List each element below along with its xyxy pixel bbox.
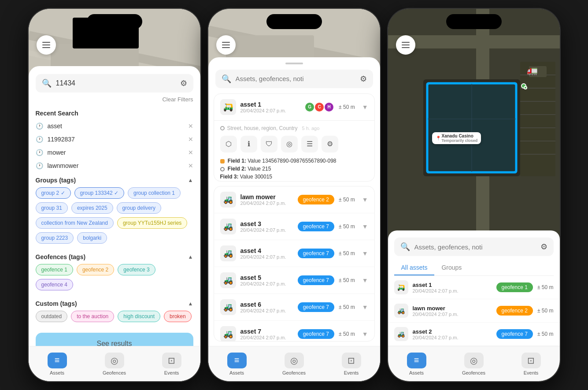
custom-header[interactable]: Custom (tags) ▲ — [36, 297, 193, 311]
bottom-nav-1: ≡ Assets ◎ Geofences ⊡ Events — [29, 346, 200, 381]
field-row-1: Field 1: Value 134567890-098765567890-09… — [220, 157, 368, 165]
custom-chevron: ▲ — [188, 301, 193, 307]
geofences-title: Geofences (tags) — [36, 253, 86, 260]
chevron-5[interactable]: ▼ — [362, 277, 368, 284]
filter-icon-3[interactable]: ⚙ — [540, 242, 547, 252]
tag-geofence1[interactable]: geofence 1 — [36, 264, 73, 275]
hamburger-button-1[interactable] — [37, 35, 56, 55]
custom-tags: outdated to the auction high discount br… — [36, 311, 193, 326]
drag-handle-2 — [285, 63, 303, 64]
asset-name-1: asset 1 — [240, 101, 302, 108]
field-icon-2 — [220, 167, 225, 171]
recent-item-text-asset[interactable]: asset — [48, 123, 62, 130]
close-icon-asset[interactable]: ✕ — [188, 123, 193, 130]
geofence-badge-5: geofence 7 — [298, 275, 334, 285]
clear-filters-label[interactable]: Clear Filters — [29, 96, 200, 106]
results-search-input[interactable] — [236, 75, 355, 82]
recent-item-text-2[interactable]: 11992837 — [48, 136, 75, 143]
groups-header[interactable]: Groups (tags) ▲ — [36, 174, 193, 187]
nav-events-label-1: Events — [164, 370, 179, 375]
asset-icon-1: 🛺 — [220, 99, 236, 115]
asset-info-1: asset 1 20/04/2024 2:07 p.m. — [240, 101, 302, 113]
tag-group133342[interactable]: group 133342 ✓ — [74, 187, 124, 199]
map-pin: 📍 Xanadu Casino Temporarily closed — [432, 132, 481, 144]
recent-search-list: 🕐 asset ✕ 🕐 11992837 ✕ 🕐 mower — [29, 119, 200, 172]
mini-asset-name-lm: lawn mower — [413, 305, 492, 312]
tab-all-assets[interactable]: All assets — [394, 260, 435, 275]
recent-item-text-4[interactable]: lawnmower — [48, 162, 79, 169]
tag-expires2025[interactable]: expires 2025 — [71, 202, 113, 214]
custom-section: Custom (tags) ▲ outdated to the auction … — [29, 296, 200, 327]
nav-assets-2[interactable]: ≡ Assets — [208, 353, 266, 375]
geofences-header[interactable]: Geofences (tags) ▲ — [36, 251, 193, 264]
tab-groups[interactable]: Groups — [434, 260, 469, 275]
action-btn-shape[interactable]: ⬡ — [220, 136, 237, 152]
nav-events-2[interactable]: ⊡ Events — [323, 353, 380, 375]
map-search-input[interactable] — [414, 243, 536, 251]
asset-row-3: 🚜 asset 3 20/04/2024 2:07 p.m. geofence … — [214, 213, 374, 240]
tag-group31[interactable]: group 31 — [36, 202, 68, 214]
nav-assets-3[interactable]: ≡ Assets — [388, 353, 445, 375]
nav-assets-1[interactable]: ≡ Assets — [29, 353, 86, 375]
tag-group-yy[interactable]: group YYTu155HJ series — [117, 217, 187, 229]
asset-name-lm: lawn mower — [240, 193, 293, 201]
tag-geofence2[interactable]: geofence 2 — [77, 264, 114, 275]
phone-notch-2 — [266, 14, 322, 29]
recent-item-text-3[interactable]: mower — [48, 149, 66, 156]
nav-events-3[interactable]: ⊡ Events — [503, 353, 560, 375]
phone-notch-3 — [446, 14, 502, 29]
tag-auction[interactable]: to the auction — [71, 311, 114, 322]
nav-geofences-label-2: Geofences — [282, 370, 306, 375]
mini-asset-row-1: 🛺 asset 1 20/04/2024 2:07 p.m. geofence … — [388, 276, 560, 299]
field-row-2: Field 2: Value 215 — [220, 165, 368, 173]
filter-icon-2[interactable]: ⚙ — [360, 74, 367, 84]
map-pin-icon: 📍 — [436, 136, 441, 141]
close-icon-3[interactable]: ✕ — [188, 149, 193, 156]
chevron-lm[interactable]: ▼ — [362, 196, 368, 203]
action-btn-list[interactable]: ☰ — [301, 136, 318, 152]
action-btn-settings[interactable]: ⚙ — [322, 136, 338, 152]
map-pin-label: Xanadu Casino — [442, 134, 478, 138]
chevron-7[interactable]: ▼ — [362, 331, 368, 338]
nav-geofences-3[interactable]: ◎ Geofences — [445, 353, 503, 375]
nav-geofences-label-1: Geofences — [103, 370, 126, 375]
accuracy-4: ± 50 m — [339, 250, 355, 256]
tag-geofence3[interactable]: geofence 3 — [118, 264, 155, 275]
tag-geofence4[interactable]: geofence 4 — [36, 279, 73, 290]
nav-assets-label-3: Assets — [409, 370, 424, 375]
tag-high-discount[interactable]: high discount — [118, 311, 160, 322]
action-btn-info[interactable]: ℹ — [240, 136, 257, 152]
chevron-6[interactable]: ▼ — [362, 304, 368, 311]
mini-accuracy-lm: ± 50 m — [537, 308, 554, 314]
asset-row-6: 🚜 asset 6 20/04/2024 2:07 p.m. geofence … — [214, 294, 374, 321]
nav-events-1[interactable]: ⊡ Events — [143, 353, 200, 375]
tag-group2223[interactable]: group 2223 — [36, 232, 74, 244]
tag-bolgarki[interactable]: bolgarki — [77, 232, 107, 244]
hamburger-button-3[interactable] — [396, 35, 415, 55]
map-vehicle-icon: 🚛 — [527, 65, 538, 76]
tag-collection-nz[interactable]: collection from New Zealand — [36, 217, 114, 229]
mini-asset-row-lm: 🚜 lawn mower 20/04/2024 2:07 p.m. geofen… — [388, 299, 560, 323]
map-pin-sub: Temporarily closed — [442, 138, 478, 143]
close-icon-4[interactable]: ✕ — [188, 162, 193, 169]
field-label-2: Field 2: — [228, 166, 246, 172]
tag-group2[interactable]: group 2 ✓ — [36, 187, 71, 199]
tag-group-collection1[interactable]: group collection 1 — [128, 187, 181, 199]
chevron-down-1[interactable]: ▼ — [362, 104, 368, 111]
asset-icon-5: 🚜 — [220, 272, 236, 288]
action-btn-shield[interactable]: 🛡 — [261, 136, 277, 152]
filter-icon-1[interactable]: ⚙ — [180, 78, 187, 88]
tag-broken[interactable]: broken — [164, 311, 192, 322]
tag-outdated[interactable]: outdated — [36, 311, 68, 322]
tag-group-delivery[interactable]: group delivery — [117, 202, 161, 214]
action-btn-target[interactable]: ◎ — [281, 136, 298, 152]
hamburger-button-2[interactable] — [216, 35, 236, 55]
nav-geofences-1[interactable]: ◎ Geofences — [86, 353, 143, 375]
search-input-1[interactable]: 11434 — [56, 79, 176, 87]
nav-geofences-2[interactable]: ◎ Geofences — [266, 353, 323, 375]
custom-title: Custom (tags) — [36, 300, 77, 307]
chevron-4[interactable]: ▼ — [362, 250, 368, 257]
close-icon-2[interactable]: ✕ — [188, 136, 193, 143]
asset-info-6: asset 6 20/04/2024 2:07 p.m. — [240, 301, 293, 313]
chevron-3[interactable]: ▼ — [362, 223, 368, 230]
